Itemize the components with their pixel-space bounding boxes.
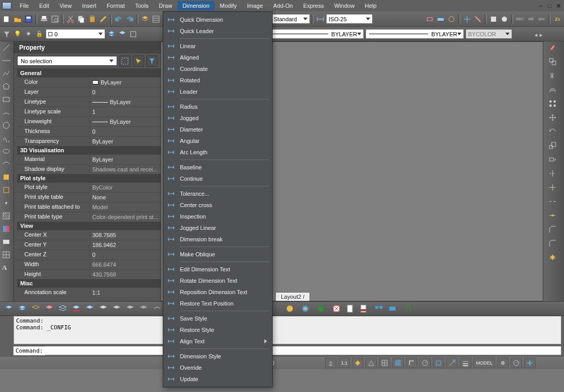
menu-item-angular[interactable]: Angular <box>163 135 272 147</box>
layer-bulb-icon[interactable]: 💡 <box>13 30 22 39</box>
region-icon[interactable] <box>2 238 11 247</box>
ls-11-icon[interactable] <box>138 303 149 314</box>
section-general[interactable]: General <box>17 69 161 77</box>
layer-prev-icon[interactable] <box>118 30 127 39</box>
grid-large-icon[interactable] <box>392 358 404 368</box>
save-icon[interactable] <box>23 14 34 24</box>
copy-obj-icon[interactable] <box>548 57 559 68</box>
layer-filter-icon[interactable] <box>2 30 11 39</box>
scale-icon[interactable] <box>548 141 559 152</box>
prop-transparency[interactable]: TransparencyByLayer <box>17 136 161 146</box>
ie-icon[interactable] <box>300 303 311 314</box>
properties-icon[interactable] <box>151 14 161 24</box>
menu-item-make-oblique[interactable]: Make Oblique <box>163 249 272 260</box>
property-grid[interactable]: GeneralColorByLayerLayer0LinetypeByLayer… <box>14 69 161 301</box>
menu-item-edit-dimension-text[interactable]: Edit Dimension Text <box>163 264 272 275</box>
menu-image[interactable]: Image <box>242 1 268 10</box>
gear-icon[interactable]: ⚙ <box>497 358 509 368</box>
nav-left-icon[interactable]: ◂ <box>534 32 538 38</box>
command-history[interactable]: Command: Command: _CONFIG <box>13 316 561 344</box>
menu-item-restore-style[interactable]: Restore Style <box>163 324 272 336</box>
tool-c-icon[interactable] <box>446 14 457 24</box>
prop-linetype[interactable]: LinetypeByLayer <box>17 97 161 107</box>
ellipse-arc-icon[interactable] <box>2 160 11 169</box>
nav-right-icon[interactable]: ▸ <box>540 32 543 38</box>
ls-6-icon[interactable] <box>70 303 82 314</box>
menu-help[interactable]: Help <box>360 1 382 10</box>
menu-item-jogged[interactable]: Jogged <box>163 112 272 124</box>
ls-3-icon[interactable] <box>30 303 41 314</box>
prop-plot-style[interactable]: Plot styleByColor <box>17 182 161 192</box>
tool-g-icon[interactable] <box>499 14 510 24</box>
prop-linetype-scale[interactable]: Linetype scale1 <box>17 107 161 117</box>
menu-item-rotate-dimension-text[interactable]: Rotate Dimension Text <box>163 275 272 286</box>
osnap-icon[interactable] <box>433 358 444 368</box>
mirror-icon[interactable] <box>548 71 559 82</box>
menu-item-quick-dimension[interactable]: Quick Dimension <box>163 14 272 25</box>
prop-center-y[interactable]: Center Y186.9462 <box>17 240 161 250</box>
text-ab-icon[interactable]: AB <box>526 14 536 24</box>
copy-icon[interactable] <box>76 14 87 24</box>
annoscale-icon[interactable] <box>352 358 363 368</box>
print-preview-icon[interactable] <box>50 14 60 24</box>
insert-block-icon[interactable] <box>2 173 11 182</box>
ratio-button[interactable]: 1:1 <box>339 358 350 368</box>
model-button[interactable]: MODEL <box>473 358 495 368</box>
polygon-icon[interactable] <box>2 82 11 92</box>
globe-icon[interactable] <box>315 303 327 314</box>
paste-icon[interactable] <box>87 14 97 24</box>
refresh-icon[interactable] <box>402 303 414 314</box>
menu-window[interactable]: Window <box>329 1 360 10</box>
menu-draw[interactable]: Draw <box>153 1 177 10</box>
section-misc[interactable]: Misc <box>17 279 161 287</box>
menu-item-save-style[interactable]: Save Style <box>163 313 272 324</box>
ls-7-icon[interactable] <box>84 303 95 314</box>
gradient-icon[interactable] <box>2 225 11 234</box>
print-icon[interactable] <box>39 14 49 24</box>
command-input[interactable] <box>45 346 561 355</box>
ls-8-icon[interactable] <box>97 303 109 314</box>
point-icon[interactable] <box>2 199 11 208</box>
prop-lineweight[interactable]: LineweightByLayer <box>17 117 161 126</box>
text-abc-icon[interactable]: ABC <box>515 14 525 24</box>
prop-print-table-type[interactable]: Print table typeColor-dependent print st… <box>17 212 161 222</box>
array-icon[interactable] <box>548 99 559 110</box>
tool-d-icon[interactable] <box>462 14 472 24</box>
menu-item-dimension-break[interactable]: Dimension break <box>163 234 272 245</box>
ucs-icon[interactable] <box>325 358 336 368</box>
menu-item-center-cross[interactable]: Center cross <box>163 199 272 211</box>
new-icon[interactable] <box>2 14 12 24</box>
menu-item-coordinate[interactable]: Coordinate <box>163 63 272 75</box>
menu-edit[interactable]: Edit <box>34 1 54 10</box>
circle-icon[interactable] <box>2 121 11 130</box>
menu-item-jogged-linear[interactable]: Jogged Linear <box>163 222 272 234</box>
tool-e-icon[interactable] <box>473 14 483 24</box>
menu-dimension[interactable]: Dimension <box>177 1 215 10</box>
tab-layout2[interactable]: Layout2 / <box>275 292 310 301</box>
xline-icon[interactable] <box>2 56 11 66</box>
menu-insert[interactable]: Insert <box>77 1 102 10</box>
prop-layer[interactable]: Layer0 <box>17 87 161 97</box>
selection-combo[interactable]: No selection <box>17 56 117 66</box>
menu-item-reposition-dimension-text[interactable]: Reposition Dimension Text <box>163 286 272 298</box>
close-button[interactable]: ✕ <box>555 3 562 9</box>
menu-item-diameter[interactable]: Diameter <box>163 124 272 135</box>
bycolor-combo[interactable]: BYCOLOR <box>466 29 512 39</box>
prop-shadow-display[interactable]: Shadow displayShadows cast and recei... <box>17 164 161 174</box>
prop-center-x[interactable]: Center X308.7685 <box>17 230 161 240</box>
dimstyle-combo[interactable]: Standard <box>271 14 310 24</box>
layer-icon[interactable] <box>140 14 150 24</box>
erase-icon[interactable] <box>548 43 559 54</box>
qp-icon[interactable] <box>511 358 522 368</box>
prop-material[interactable]: MaterialByLayer <box>17 154 161 164</box>
trim-icon[interactable] <box>548 169 559 180</box>
toggle-pickadd-icon[interactable] <box>119 55 131 67</box>
menu-item-override[interactable]: Override <box>163 362 272 373</box>
prop-print-style-table[interactable]: Print style tableNone <box>17 192 161 202</box>
match-icon[interactable] <box>98 14 108 24</box>
ls-4-icon[interactable] <box>44 303 55 314</box>
quick-select-icon[interactable] <box>146 55 158 67</box>
menu-item-rotated[interactable]: Rotated <box>163 75 272 86</box>
rotate-icon[interactable] <box>548 127 559 138</box>
menu-add-on[interactable]: Add-On <box>268 1 298 10</box>
